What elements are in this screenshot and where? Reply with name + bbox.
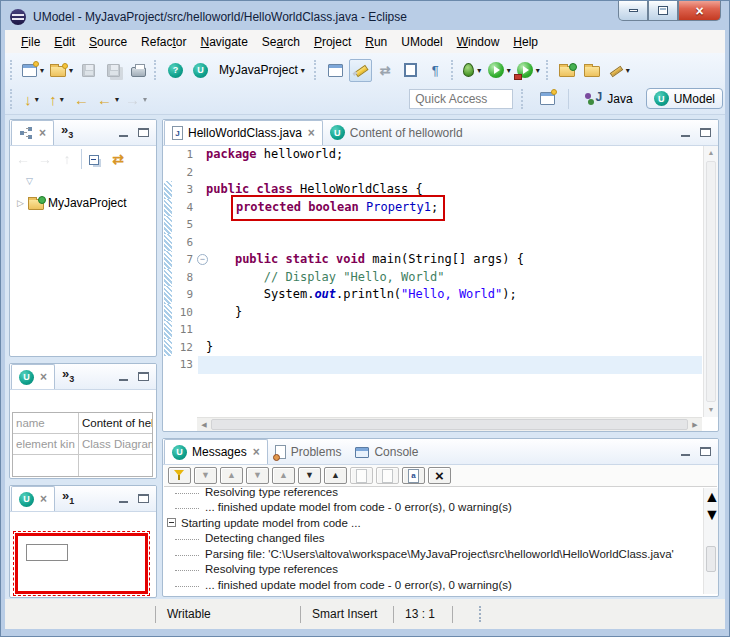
line-number[interactable]: 7	[172, 251, 198, 269]
maximize-view-button[interactable]	[138, 372, 149, 381]
perspective-java-button[interactable]: J Java	[577, 88, 640, 109]
scroll-right-icon[interactable]: ▶	[688, 418, 702, 431]
view-menu-icon[interactable]: ▽	[26, 176, 156, 186]
line-number[interactable]: 12	[172, 339, 198, 357]
tab-helloworldclass-java[interactable]: JHelloWorldClass.java×	[164, 120, 323, 145]
tab-console[interactable]: Console	[348, 439, 425, 464]
editor-horizontal-scrollbar[interactable]: ◀ ▶	[197, 417, 702, 431]
scrollbar-thumb[interactable]	[706, 161, 716, 402]
refresh-model-button[interactable]: ⇄	[374, 59, 397, 82]
code-editor-area[interactable]: 1package helloworld;23public class Hello…	[164, 146, 702, 417]
tab-overview[interactable]: U×	[11, 486, 55, 511]
forward-history-button[interactable]: →▾	[123, 88, 149, 111]
perspective-umodel-button[interactable]: U UModel	[646, 88, 723, 109]
line-number[interactable]: 5	[172, 216, 198, 234]
line-number[interactable]: 4	[172, 199, 198, 217]
tab-overflow[interactable]: »3	[61, 125, 73, 140]
maximize-view-button[interactable]	[138, 494, 149, 503]
run-external-tools-button[interactable]: ▾	[515, 59, 542, 82]
maximize-view-button[interactable]	[138, 128, 149, 137]
nav-back-button[interactable]: ←	[13, 149, 33, 169]
tab-close-icon[interactable]: ×	[308, 126, 315, 140]
tree-item-myjavaproject[interactable]: ▷ MyJavaProject	[10, 196, 156, 210]
property-row[interactable]	[13, 455, 152, 476]
minimize-button[interactable]	[618, 1, 648, 21]
filter-button[interactable]	[168, 467, 191, 484]
new-wizard-button[interactable]: ▾	[20, 59, 46, 82]
copy-selected-button[interactable]	[350, 467, 373, 484]
menu-umodel[interactable]: UModel	[394, 32, 449, 52]
quick-access-input[interactable]	[409, 89, 513, 109]
collapse-all-button[interactable]	[86, 149, 106, 169]
nav-forward-button[interactable]: →	[35, 149, 55, 169]
next-message-button[interactable]: ▲	[220, 467, 243, 484]
menu-search[interactable]: Search	[255, 32, 307, 52]
scroll-down-icon[interactable]: ▼	[704, 403, 718, 417]
log-row[interactable]: Resolving type references	[164, 562, 702, 578]
save-all-button[interactable]	[102, 59, 125, 82]
generate-code-button[interactable]	[324, 59, 347, 82]
new-java-element-button[interactable]: ▾	[48, 59, 75, 82]
tab-messages[interactable]: UMessages×	[164, 439, 268, 464]
line-number[interactable]: 2	[172, 164, 198, 182]
menu-file[interactable]: File	[14, 32, 47, 52]
log-row[interactable]: ... finished update model from code - 0 …	[164, 577, 702, 593]
umodel-project-button[interactable]: U	[189, 59, 212, 82]
log-row[interactable]: Starting update model from code ...	[164, 515, 702, 531]
line-number[interactable]: 8	[172, 269, 198, 287]
restore-button[interactable]	[648, 1, 678, 21]
run-button[interactable]: ▾	[486, 59, 513, 82]
minimize-view-button[interactable]	[119, 129, 129, 137]
tab-close-icon[interactable]: ×	[253, 445, 260, 459]
scroll-left-icon[interactable]: ◀	[197, 418, 211, 431]
prev-error-button[interactable]: ▼	[298, 467, 321, 484]
open-perspective-button[interactable]	[536, 87, 559, 110]
scroll-down-icon[interactable]: ▼	[704, 506, 719, 523]
last-edit-location-button[interactable]: ←	[70, 88, 93, 111]
log-row[interactable]: Resolving type references	[164, 488, 702, 500]
prev-annotation-button[interactable]: ↑▾	[45, 88, 68, 111]
next-annotation-button[interactable]: ↓▾	[20, 88, 43, 111]
menu-source[interactable]: Source	[82, 32, 134, 52]
next-error-button[interactable]: ▲	[324, 467, 347, 484]
minimize-view-button[interactable]	[681, 448, 691, 456]
debug-button[interactable]: ▾	[461, 59, 484, 82]
tab-problems[interactable]: Problems	[268, 439, 349, 464]
menu-window[interactable]: Window	[450, 32, 507, 52]
collapse-expander-icon[interactable]	[167, 518, 176, 527]
line-number[interactable]: 6	[172, 234, 198, 252]
project-combo[interactable]: MyJavaProject▾	[213, 59, 311, 81]
line-number[interactable]: 3	[172, 181, 198, 199]
scrollbar-thumb[interactable]	[211, 419, 688, 430]
line-number[interactable]: 10	[172, 304, 198, 322]
format-pen-button[interactable]: ▾	[606, 59, 632, 82]
menu-navigate[interactable]: Navigate	[193, 32, 254, 52]
scroll-up-icon[interactable]: ▲	[704, 488, 719, 505]
fold-collapse-icon[interactable]: −	[197, 254, 208, 265]
print-button[interactable]	[127, 59, 150, 82]
log-row[interactable]: Detecting changed files	[164, 531, 702, 547]
log-row[interactable]: ... finished update model from code - 0 …	[164, 500, 702, 516]
overview-viewport-rect[interactable]	[15, 533, 148, 594]
messages-list[interactable]: Resolving type references... finished up…	[164, 488, 702, 594]
minimize-view-button[interactable]	[681, 129, 691, 137]
tab-explorer[interactable]: ×	[11, 120, 54, 145]
tab-overflow[interactable]: »3	[62, 369, 74, 384]
minimize-view-button[interactable]	[119, 373, 129, 381]
close-button[interactable]: ×	[678, 1, 721, 21]
log-row[interactable]: Parsing file: 'C:\Users\altova\workspace…	[164, 546, 702, 562]
property-row[interactable]: element kinClass Diagram	[13, 434, 152, 455]
menu-project[interactable]: Project	[307, 32, 358, 52]
show-whitespace-button[interactable]: ¶	[424, 59, 447, 82]
line-number[interactable]: 11	[172, 321, 198, 339]
clear-log-button[interactable]: ×	[428, 467, 451, 484]
tab-close-icon[interactable]: ×	[40, 370, 47, 384]
minimize-view-button[interactable]	[119, 495, 129, 503]
copy-all-button[interactable]	[376, 467, 399, 484]
menu-help[interactable]: Help	[506, 32, 545, 52]
nav-up-button[interactable]: ↑	[57, 149, 77, 169]
save-button[interactable]	[77, 59, 100, 82]
tree-expand-icon[interactable]: ▷	[17, 198, 24, 208]
editor-vertical-scrollbar[interactable]: ▲ ▼	[703, 146, 718, 417]
tab-overflow[interactable]: »1	[62, 491, 74, 506]
